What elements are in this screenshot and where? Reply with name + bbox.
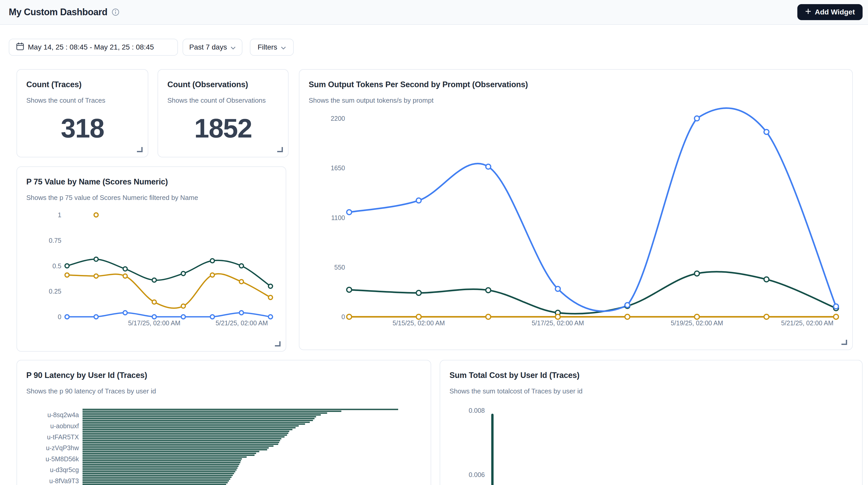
svg-text:0.5: 0.5 (52, 262, 61, 270)
header-left: My Custom Dashboard (9, 7, 119, 18)
svg-text:0: 0 (58, 313, 61, 321)
header: My Custom Dashboard Add Widget (0, 0, 868, 25)
svg-text:u-5M8D56k: u-5M8D56k (45, 455, 79, 462)
date-range-button[interactable]: May 14, 25 : 08:45 - May 21, 25 : 08:45 (9, 39, 178, 56)
card-subtitle: Shows the p 90 latency of Traces by user… (26, 387, 422, 395)
resize-corner-icon[interactable] (137, 147, 143, 152)
add-widget-label: Add Widget (815, 8, 855, 16)
quick-range-button[interactable]: Past 7 days (183, 39, 242, 56)
calendar-icon (16, 42, 24, 53)
add-widget-button[interactable]: Add Widget (797, 4, 863, 20)
svg-text:0.006: 0.006 (469, 471, 485, 478)
card-head: Sum Output Tokens Per Second by Prompt (… (300, 70, 852, 104)
card-head: P 75 Value by Name (Scores Numeric) Show… (17, 167, 286, 202)
card-title: Count (Observations) (167, 80, 279, 89)
date-range-value: May 14, 25 : 08:45 - May 21, 25 : 08:45 (28, 43, 154, 51)
card-title: P 75 Value by Name (Scores Numeric) (26, 177, 276, 186)
filters-button[interactable]: Filters (250, 39, 294, 56)
svg-text:5/17/25, 02:00 AM: 5/17/25, 02:00 AM (128, 320, 181, 327)
card-p75-scores: 00.250.50.7515/17/25, 02:00 AM5/21/25, 0… (17, 166, 286, 352)
card-head: Count (Observations) Shows the count of … (158, 70, 288, 104)
svg-text:5/17/25, 02:00 AM: 5/17/25, 02:00 AM (532, 320, 584, 327)
quick-range-label: Past 7 days (189, 43, 227, 51)
card-count-observations: Count (Observations) Shows the count of … (158, 69, 288, 157)
svg-text:0.75: 0.75 (49, 237, 61, 244)
card-subtitle: Shows the count of Observations (167, 96, 279, 104)
svg-text:2200: 2200 (331, 115, 345, 122)
svg-text:5/21/25, 02:00 AM: 5/21/25, 02:00 AM (781, 320, 833, 327)
svg-text:u-aobnuxf: u-aobnuxf (50, 422, 79, 429)
svg-text:u-8sq2w4a: u-8sq2w4a (48, 411, 79, 419)
card-subtitle: Shows the sum output tokens/s by prompt (309, 96, 843, 104)
card-title: Sum Total Cost by User Id (Traces) (450, 371, 853, 380)
svg-text:1100: 1100 (331, 214, 345, 221)
svg-text:u-d3qr5cg: u-d3qr5cg (50, 466, 79, 474)
filters-label: Filters (258, 43, 277, 51)
chevron-down-icon (230, 43, 236, 51)
card-count-traces: Count (Traces) Shows the count of Traces… (17, 69, 148, 157)
resize-corner-icon[interactable] (277, 147, 283, 152)
chevron-down-icon (281, 43, 286, 51)
tokens-by-prompt-chart[interactable]: 05501100165022005/15/25, 02:00 AM5/17/25… (300, 70, 853, 351)
card-head: P 90 Latency by User Id (Traces) Shows t… (17, 360, 431, 395)
count-observations-value: 1852 (158, 113, 288, 144)
svg-text:0: 0 (341, 313, 345, 321)
page-title: My Custom Dashboard (9, 7, 107, 18)
svg-text:1: 1 (58, 211, 61, 218)
card-subtitle: Shows the sum totalcost of Traces by use… (450, 387, 853, 395)
info-icon[interactable] (112, 8, 119, 16)
svg-text:550: 550 (334, 264, 345, 271)
svg-text:0.25: 0.25 (49, 287, 61, 295)
dashboard-page: My Custom Dashboard Add Widget (0, 0, 868, 485)
count-traces-value: 318 (17, 113, 148, 144)
svg-text:5/15/25, 02:00 AM: 5/15/25, 02:00 AM (393, 320, 445, 327)
plus-icon (805, 8, 811, 16)
card-title: Count (Traces) (26, 80, 138, 89)
card-p90-latency: u-8sq2w4au-aobnuxfu-tFAR5TXu-zVqP3hwu-5M… (17, 360, 431, 485)
card-head: Sum Total Cost by User Id (Traces) Shows… (440, 360, 862, 395)
toolbar: May 14, 25 : 08:45 - May 21, 25 : 08:45 … (9, 39, 294, 56)
svg-text:u-tFAR5TX: u-tFAR5TX (47, 433, 79, 441)
card-subtitle: Shows the p 75 value of Scores Numeric f… (26, 194, 276, 202)
card-head: Count (Traces) Shows the count of Traces (17, 70, 148, 104)
card-title: P 90 Latency by User Id (Traces) (26, 371, 422, 380)
svg-text:5/21/25, 02:00 AM: 5/21/25, 02:00 AM (216, 320, 268, 327)
card-total-cost: 0.0080.006 Sum Total Cost by User Id (Tr… (440, 360, 863, 485)
card-subtitle: Shows the count of Traces (26, 96, 138, 104)
card-title: Sum Output Tokens Per Second by Prompt (… (309, 80, 843, 89)
card-tokens-by-prompt: 05501100165022005/15/25, 02:00 AM5/17/25… (299, 69, 853, 350)
svg-text:u-8fVa9T3: u-8fVa9T3 (49, 477, 79, 484)
svg-text:5/19/25, 02:00 AM: 5/19/25, 02:00 AM (671, 320, 723, 327)
svg-text:u-zVqP3hw: u-zVqP3hw (46, 444, 79, 451)
svg-text:0.008: 0.008 (469, 407, 485, 414)
svg-text:1650: 1650 (331, 164, 345, 172)
